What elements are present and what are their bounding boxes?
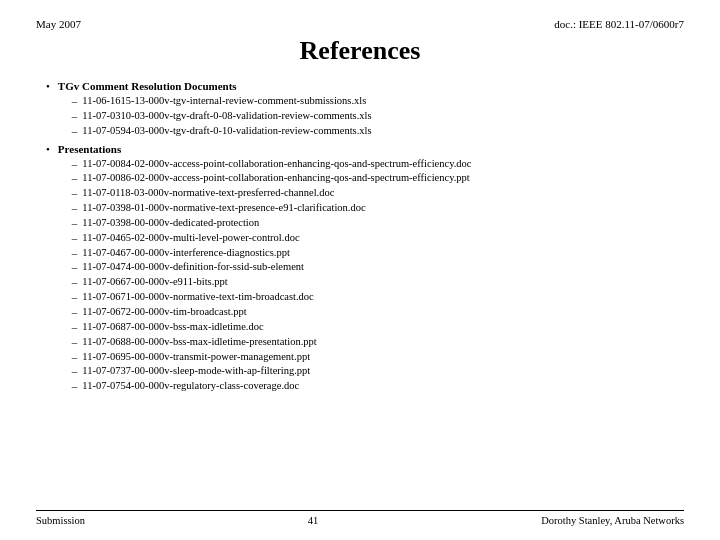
item-text: 11-07-0474-00-000v-definition-for-ssid-s… bbox=[82, 260, 304, 274]
section-2-items: – 11-07-0084-02-000v-access-point-collab… bbox=[58, 157, 684, 395]
list-item: – 11-06-1615-13-000v-tgv-internal-review… bbox=[72, 94, 684, 109]
dash-icon: – bbox=[72, 320, 78, 335]
dash-icon: – bbox=[72, 201, 78, 216]
page-title: References bbox=[36, 36, 684, 66]
header-doc: doc.: IEEE 802.11-07/0600r7 bbox=[554, 18, 684, 30]
item-text: 11-07-0687-00-000v-bss-max-idletime.doc bbox=[82, 320, 263, 334]
item-text: 11-07-0398-01-000v-normative-text-presen… bbox=[82, 201, 365, 215]
item-text: 11-07-0672-00-000v-tim-broadcast.ppt bbox=[82, 305, 246, 319]
list-item: – 11-07-0671-00-000v-normative-text-tim-… bbox=[72, 290, 684, 305]
item-text: 11-07-0086-02-000v-access-point-collabor… bbox=[82, 171, 469, 185]
list-item: – 11-07-0467-00-000v-interference-diagno… bbox=[72, 246, 684, 261]
dash-icon: – bbox=[72, 275, 78, 290]
item-text: 11-07-0695-00-000v-transmit-power-manage… bbox=[82, 350, 310, 364]
list-item: – 11-07-0398-00-000v-dedicated-protectio… bbox=[72, 216, 684, 231]
dash-icon: – bbox=[72, 231, 78, 246]
footer: Submission 41 Dorothy Stanley, Aruba Net… bbox=[36, 510, 684, 526]
list-item: – 11-07-0398-01-000v-normative-text-pres… bbox=[72, 201, 684, 216]
item-text: 11-07-0310-03-000v-tgv-draft-0-08-valida… bbox=[82, 109, 371, 123]
list-item: – 11-07-0465-02-000v-multi-level-power-c… bbox=[72, 231, 684, 246]
footer-page-number: 41 bbox=[308, 515, 319, 526]
item-text: 11-07-0671-00-000v-normative-text-tim-br… bbox=[82, 290, 313, 304]
list-item: – 11-07-0474-00-000v-definition-for-ssid… bbox=[72, 260, 684, 275]
dash-icon: – bbox=[72, 171, 78, 186]
list-item: – 11-07-0086-02-000v-access-point-collab… bbox=[72, 171, 684, 186]
dash-icon: – bbox=[72, 350, 78, 365]
item-text: 11-07-0737-00-000v-sleep-mode-with-ap-fi… bbox=[82, 364, 310, 378]
item-text: 11-07-0594-03-000v-tgv-draft-0-10-valida… bbox=[82, 124, 371, 138]
list-item: – 11-07-0084-02-000v-access-point-collab… bbox=[72, 157, 684, 172]
list-item: – 11-07-0687-00-000v-bss-max-idletime.do… bbox=[72, 320, 684, 335]
dash-icon: – bbox=[72, 186, 78, 201]
list-item: – 11-07-0754-00-000v-regulatory-class-co… bbox=[72, 379, 684, 394]
bullet-1: • bbox=[46, 80, 50, 92]
item-text: 11-07-0667-00-000v-e911-bits.ppt bbox=[82, 275, 227, 289]
dash-icon: – bbox=[72, 109, 78, 124]
header: May 2007 doc.: IEEE 802.11-07/0600r7 bbox=[36, 18, 684, 30]
content-area: • TGv Comment Resolution Documents – 11-… bbox=[36, 80, 684, 394]
dash-icon: – bbox=[72, 157, 78, 172]
section-2-content: Presentations – 11-07-0084-02-000v-acces… bbox=[58, 143, 684, 395]
header-date: May 2007 bbox=[36, 18, 81, 30]
list-item: – 11-07-0667-00-000v-e911-bits.ppt bbox=[72, 275, 684, 290]
item-text: 11-07-0118-03-000v-normative-text-presfe… bbox=[82, 186, 334, 200]
section-1-content: TGv Comment Resolution Documents – 11-06… bbox=[58, 80, 684, 139]
page: May 2007 doc.: IEEE 802.11-07/0600r7 Ref… bbox=[0, 0, 720, 540]
section-2: • Presentations – 11-07-0084-02-000v-acc… bbox=[46, 143, 684, 395]
item-text: 11-07-0465-02-000v-multi-level-power-con… bbox=[82, 231, 299, 245]
list-item: – 11-07-0594-03-000v-tgv-draft-0-10-vali… bbox=[72, 124, 684, 139]
dash-icon: – bbox=[72, 216, 78, 231]
item-text: 11-07-0688-00-000v-bss-max-idletime-pres… bbox=[82, 335, 316, 349]
dash-icon: – bbox=[72, 379, 78, 394]
list-item: – 11-07-0310-03-000v-tgv-draft-0-08-vali… bbox=[72, 109, 684, 124]
list-item: – 11-07-0118-03-000v-normative-text-pres… bbox=[72, 186, 684, 201]
section-1: • TGv Comment Resolution Documents – 11-… bbox=[46, 80, 684, 139]
dash-icon: – bbox=[72, 290, 78, 305]
bullet-2: • bbox=[46, 143, 50, 155]
item-text: 11-07-0084-02-000v-access-point-collabor… bbox=[82, 157, 471, 171]
list-item: – 11-07-0672-00-000v-tim-broadcast.ppt bbox=[72, 305, 684, 320]
section-1-items: – 11-06-1615-13-000v-tgv-internal-review… bbox=[58, 94, 684, 139]
dash-icon: – bbox=[72, 94, 78, 109]
dash-icon: – bbox=[72, 335, 78, 350]
footer-submission: Submission bbox=[36, 515, 85, 526]
dash-icon: – bbox=[72, 364, 78, 379]
list-item: – 11-07-0688-00-000v-bss-max-idletime-pr… bbox=[72, 335, 684, 350]
dash-icon: – bbox=[72, 305, 78, 320]
list-item: – 11-07-0695-00-000v-transmit-power-mana… bbox=[72, 350, 684, 365]
item-text: 11-07-0754-00-000v-regulatory-class-cove… bbox=[82, 379, 299, 393]
dash-icon: – bbox=[72, 124, 78, 139]
section-1-title: TGv Comment Resolution Documents bbox=[58, 80, 684, 92]
list-item: – 11-07-0737-00-000v-sleep-mode-with-ap-… bbox=[72, 364, 684, 379]
dash-icon: – bbox=[72, 246, 78, 261]
item-text: 11-07-0398-00-000v-dedicated-protection bbox=[82, 216, 259, 230]
footer-author: Dorothy Stanley, Aruba Networks bbox=[541, 515, 684, 526]
item-text: 11-07-0467-00-000v-interference-diagnost… bbox=[82, 246, 290, 260]
item-text: 11-06-1615-13-000v-tgv-internal-review-c… bbox=[82, 94, 366, 108]
dash-icon: – bbox=[72, 260, 78, 275]
section-2-title: Presentations bbox=[58, 143, 684, 155]
